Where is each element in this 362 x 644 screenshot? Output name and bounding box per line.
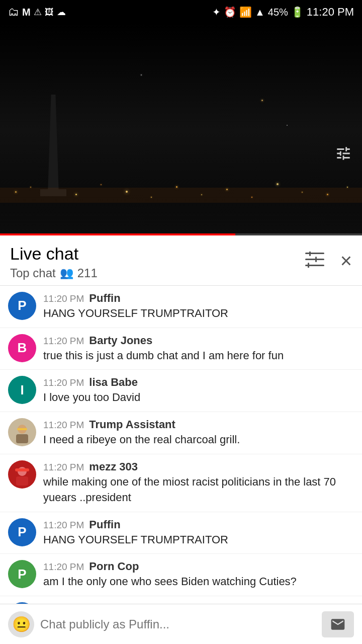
message-author: lisa Babe <box>89 376 138 389</box>
status-icons-left: 🗂 M ⚠ 🖼 ☁ <box>8 6 66 19</box>
message-meta: 11:20 PM lisa Babe <box>43 376 354 389</box>
wifi-icon: 📶 <box>239 6 252 18</box>
warning-icon: ⚠ <box>34 7 42 18</box>
message-time: 11:20 PM <box>43 520 84 531</box>
status-time: 11:20 PM <box>307 6 354 19</box>
file-icon: 🗂 <box>8 6 19 19</box>
message-time: 11:20 PM <box>43 462 84 473</box>
message-author: Trump Assistant <box>89 418 175 431</box>
message-text: HANG YOURSELF TRUMPTRAITOR <box>43 306 354 321</box>
message-meta: 11:20 PM Porn Cop <box>43 560 354 573</box>
video-background <box>0 24 362 235</box>
signal-icon: ▲ <box>255 7 265 18</box>
message-content: 11:20 PM Porn Cop am I the only one who … <box>43 560 354 590</box>
avatar: P <box>8 292 36 320</box>
avatar <box>8 460 36 489</box>
svg-rect-13 <box>15 468 29 471</box>
message-time: 11:20 PM <box>43 420 84 431</box>
chat-input-field[interactable] <box>40 611 316 637</box>
battery-percent: 45% <box>268 7 288 18</box>
chat-title: Live chat <box>10 244 98 264</box>
chat-messages-list: P 11:20 PM Puffin HANG YOURSELF TRUMPTRA… <box>0 286 362 638</box>
send-message-button[interactable] <box>322 611 354 637</box>
video-progress-bar[interactable] <box>0 233 362 235</box>
message-text: am I the only one who sees Biden watchin… <box>43 574 354 590</box>
message-meta: 11:20 PM Trump Assistant <box>43 418 354 431</box>
top-chat-label: Top chat <box>10 266 56 280</box>
message-text: I need a ribeye on the real charcoal gri… <box>43 432 354 448</box>
message-meta: 11:20 PM mezz 303 <box>43 460 354 473</box>
message-content: 11:20 PM Barty Jones true this is just a… <box>43 334 354 364</box>
svg-rect-0 <box>305 253 324 254</box>
star <box>261 100 263 101</box>
viewer-count: 211 <box>77 266 98 280</box>
video-settings-icon[interactable] <box>335 145 352 166</box>
chat-message: 11:20 PM Trump Assistant I need a ribeye… <box>0 412 362 454</box>
message-author: Porn Cop <box>89 560 139 573</box>
message-author: Barty Jones <box>89 334 152 347</box>
message-time: 11:20 PM <box>43 377 84 388</box>
svg-rect-9 <box>17 428 27 430</box>
svg-rect-8 <box>16 434 28 443</box>
svg-rect-2 <box>305 259 324 260</box>
avatar <box>8 418 36 446</box>
close-button[interactable]: × <box>340 251 352 271</box>
message-time: 11:20 PM <box>43 293 84 304</box>
chat-input-area: 😐 <box>0 604 362 644</box>
bluetooth-icon: ✦ <box>212 6 221 18</box>
cloud-icon: ☁ <box>57 7 66 18</box>
video-progress-fill <box>0 233 235 235</box>
message-text: I love you too David <box>43 390 354 406</box>
filter-button[interactable] <box>301 248 328 274</box>
city-lights <box>0 173 362 203</box>
emoji-button[interactable]: 😐 <box>8 611 34 637</box>
message-meta: 11:20 PM Barty Jones <box>43 334 354 347</box>
people-icon: 👥 <box>60 267 73 280</box>
message-meta: 11:20 PM Puffin <box>43 518 354 531</box>
message-author: Puffin <box>89 518 120 531</box>
message-time: 11:20 PM <box>43 561 84 573</box>
chat-message: P 11:20 PM Puffin HANG YOURSELF TRUMPTRA… <box>0 512 362 554</box>
chat-message: P 11:20 PM Porn Cop am I the only one wh… <box>0 554 362 596</box>
message-author: mezz 303 <box>89 460 138 473</box>
video-player[interactable] <box>0 24 362 235</box>
chat-subtitle: Top chat 👥 211 <box>10 266 98 280</box>
message-content: 11:20 PM lisa Babe I love you too David <box>43 376 354 406</box>
chat-message: 11:20 PM mezz 303 while making one of th… <box>0 454 362 512</box>
svg-rect-5 <box>308 263 309 268</box>
avatar: I <box>8 376 36 404</box>
chat-header-right: × <box>301 248 352 274</box>
message-content: 11:20 PM Puffin HANG YOURSELF TRUMPTRAIT… <box>43 292 354 321</box>
message-content: 11:20 PM Puffin HANG YOURSELF TRUMPTRAIT… <box>43 518 354 548</box>
avatar: B <box>8 334 36 362</box>
status-icons-right: ✦ ⏰ 📶 ▲ 45% 🔋 11:20 PM <box>212 6 354 19</box>
chat-header: Live chat Top chat 👥 211 × <box>0 235 362 286</box>
alarm-icon: ⏰ <box>224 6 236 18</box>
svg-rect-12 <box>16 476 28 486</box>
chat-message: B 11:20 PM Barty Jones true this is just… <box>0 328 362 370</box>
avatar: P <box>8 518 36 546</box>
chat-header-left: Live chat Top chat 👥 211 <box>10 244 98 280</box>
star <box>287 125 288 126</box>
message-meta: 11:20 PM Puffin <box>43 292 354 305</box>
status-bar: 🗂 M ⚠ 🖼 ☁ ✦ ⏰ 📶 ▲ 45% 🔋 11:20 PM <box>0 0 362 24</box>
avatar: P <box>8 560 36 588</box>
message-text: true this is just a dumb chat and I am h… <box>43 348 354 364</box>
message-text: HANG YOURSELF TRUMPTRAITOR <box>43 532 354 548</box>
message-time: 11:20 PM <box>43 336 84 347</box>
battery-icon: 🔋 <box>291 6 304 18</box>
message-author: Puffin <box>89 292 120 305</box>
message-content: 11:20 PM mezz 303 while making one of th… <box>43 460 354 506</box>
svg-rect-3 <box>315 257 317 262</box>
svg-rect-1 <box>309 252 311 256</box>
image-icon: 🖼 <box>45 7 54 18</box>
chat-message: I 11:20 PM lisa Babe I love you too Davi… <box>0 370 362 412</box>
star <box>141 74 142 75</box>
chat-message: P 11:20 PM Puffin HANG YOURSELF TRUMPTRA… <box>0 286 362 328</box>
message-content: 11:20 PM Trump Assistant I need a ribeye… <box>43 418 354 448</box>
chat-panel: Live chat Top chat 👥 211 × <box>0 235 362 638</box>
m-icon: M <box>22 7 31 18</box>
message-text: while making one of the miost racist pol… <box>43 474 354 506</box>
